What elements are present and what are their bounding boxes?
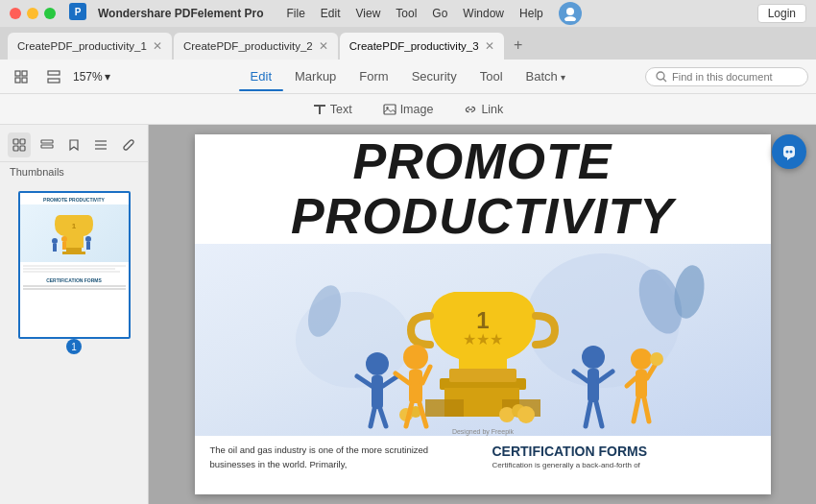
tab-3[interactable]: CreatePDF_productivity_3 ✕ (340, 33, 504, 60)
minimize-button[interactable] (27, 8, 38, 19)
link-icon (464, 103, 477, 116)
tab-1-label: CreatePDF_productivity_1 (17, 40, 147, 52)
svg-rect-65 (588, 369, 599, 402)
layout-view-button[interactable] (40, 63, 67, 90)
svg-rect-34 (86, 242, 90, 250)
zoom-arrow: ▾ (105, 70, 110, 84)
search-input[interactable] (672, 71, 797, 83)
search-icon (656, 71, 667, 83)
svg-line-61 (422, 367, 430, 383)
tab-1[interactable]: CreatePDF_productivity_1 ✕ (8, 33, 172, 60)
thumbnail-image: PROMOTE PRODUCTIVITY 1 (20, 193, 129, 337)
svg-point-58 (403, 345, 428, 370)
svg-point-3 (564, 16, 576, 21)
maximize-button[interactable] (44, 8, 56, 19)
svg-line-62 (406, 403, 412, 426)
svg-rect-14 (384, 105, 396, 114)
svg-line-68 (586, 402, 590, 426)
image-tool-label: Image (400, 103, 434, 116)
sidebar-list-button[interactable] (89, 132, 112, 157)
sidebar-thumbnail-button[interactable] (8, 132, 31, 157)
sidebar-attachment-button[interactable] (117, 132, 140, 157)
text-tool-button[interactable]: Text (305, 101, 360, 118)
svg-rect-7 (22, 78, 27, 83)
zoom-control[interactable]: 157% ▾ (73, 70, 110, 84)
nav-form[interactable]: Form (348, 65, 399, 87)
svg-rect-4 (15, 71, 20, 76)
toolbar-left: 157% ▾ (8, 63, 110, 90)
text-icon (313, 103, 326, 116)
svg-rect-5 (22, 71, 27, 76)
tab-2[interactable]: CreatePDF_productivity_2 ✕ (174, 33, 338, 60)
tab-1-close[interactable]: ✕ (153, 39, 162, 53)
svg-point-73 (650, 352, 663, 366)
svg-rect-45 (425, 399, 464, 417)
batch-dropdown-arrow: ▾ (561, 72, 565, 83)
tab-2-close[interactable]: ✕ (319, 39, 328, 53)
svg-rect-41 (449, 369, 516, 382)
new-tab-button[interactable]: + (506, 33, 531, 58)
login-button[interactable]: Login (757, 4, 806, 23)
menu-edit[interactable]: Edit (321, 7, 341, 20)
svg-point-52 (366, 352, 389, 375)
svg-rect-20 (20, 146, 25, 151)
svg-point-31 (61, 236, 67, 242)
nav-batch[interactable]: Batch ▾ (515, 65, 578, 87)
sub-toolbar: Text Image Link (0, 94, 816, 125)
svg-rect-22 (41, 145, 53, 148)
menu-window[interactable]: Window (463, 7, 504, 20)
nav-edit[interactable]: Edit (239, 65, 283, 87)
nav-markup[interactable]: Markup (283, 65, 348, 87)
tab-3-label: CreatePDF_productivity_3 (349, 40, 479, 52)
svg-line-69 (596, 402, 602, 426)
traffic-lights (10, 8, 56, 19)
pdf-cert-section: CERTIFICATION FORMS Certification is gen… (492, 444, 756, 471)
tab-2-label: CreatePDF_productivity_2 (183, 40, 313, 52)
menu-tool[interactable]: Tool (396, 7, 417, 20)
svg-rect-53 (372, 375, 383, 409)
productivity-illustration: ★★★ 1 (200, 244, 766, 436)
nav-tool[interactable]: Tool (468, 65, 515, 87)
title-bar: P Wondershare PDFelement Pro File Edit V… (0, 0, 816, 27)
menu-go[interactable]: Go (432, 7, 447, 20)
pdf-page: PROMOTE PRODUCTIVITY (195, 134, 771, 494)
svg-point-70 (631, 348, 652, 370)
svg-line-11 (663, 79, 666, 82)
sidebar-bookmark-button[interactable] (62, 132, 85, 157)
avatar[interactable] (559, 2, 582, 25)
svg-rect-30 (53, 244, 57, 252)
tab-3-close[interactable]: ✕ (485, 39, 494, 53)
svg-rect-21 (41, 140, 53, 143)
sidebar-layout-button[interactable] (35, 132, 58, 157)
pdf-main-title: PROMOTE PRODUCTIVITY (195, 134, 771, 244)
thumb-body-text (20, 262, 129, 276)
floating-assistant-button[interactable] (772, 134, 806, 169)
svg-rect-19 (13, 146, 18, 151)
menu-file[interactable]: File (287, 7, 305, 20)
grid-view-button[interactable] (8, 63, 35, 90)
link-tool-button[interactable]: Link (456, 101, 511, 118)
svg-rect-8 (48, 71, 60, 75)
thumb-cert-title: CERTIFICATION FORMS (20, 277, 129, 283)
svg-text:1: 1 (476, 307, 489, 333)
thumbnail-page-1[interactable]: PROMOTE PRODUCTIVITY 1 (18, 191, 131, 339)
svg-line-57 (380, 409, 386, 426)
svg-line-76 (644, 398, 649, 421)
menu-help[interactable]: Help (519, 7, 543, 20)
toolbar-nav: Edit Markup Form Security Tool Batch ▾ (239, 65, 578, 87)
close-button[interactable] (10, 8, 21, 19)
svg-line-56 (371, 409, 374, 426)
svg-point-10 (657, 72, 664, 80)
svg-rect-71 (636, 370, 647, 398)
sidebar-icon-row (0, 125, 148, 162)
zoom-level: 157% (73, 70, 103, 84)
menu-view[interactable]: View (356, 7, 381, 20)
nav-security[interactable]: Security (400, 65, 468, 87)
pdf-viewer[interactable]: PROMOTE PRODUCTIVITY (149, 125, 816, 504)
image-tool-button[interactable]: Image (375, 101, 442, 118)
app-logo: P (69, 3, 86, 24)
svg-point-49 (517, 406, 535, 423)
pdf-bottom-section: The oil and gas industry is one of the m… (195, 436, 771, 479)
sidebar-label: Thumbnails (0, 162, 148, 183)
svg-point-33 (85, 236, 91, 242)
